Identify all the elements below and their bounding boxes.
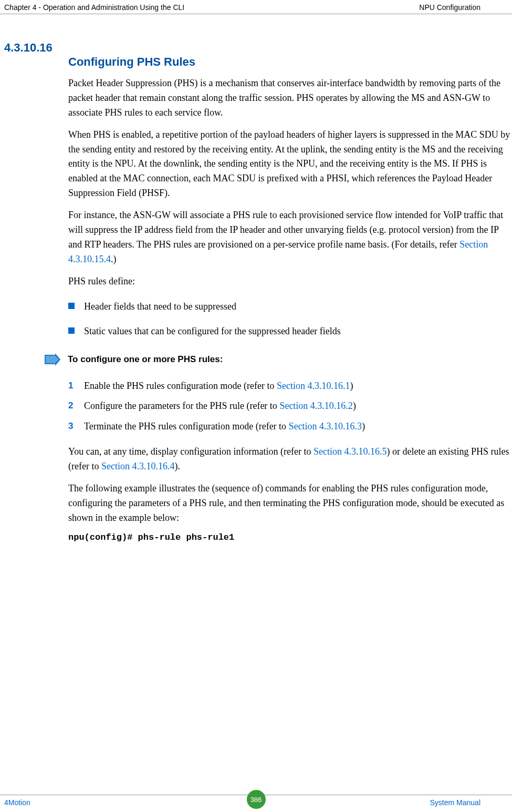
section-title: Configuring PHS Rules — [68, 55, 512, 69]
section-link[interactable]: Section 4.3.10.16.4 — [101, 461, 175, 471]
arrow-right-icon — [45, 354, 60, 368]
paragraph: Packet Header Suppression (PHS) is a mec… — [68, 76, 512, 120]
paragraph-text: ). — [174, 461, 180, 471]
section-link[interactable]: Section 4.3.10.16.3 — [289, 421, 362, 431]
list-item: Configure the parameters for the PHS rul… — [68, 398, 512, 414]
header-right: NPU Configuration — [419, 3, 480, 12]
paragraph: PHS rules define: — [68, 274, 512, 289]
step-text: Enable the PHS rules configuration mode … — [84, 381, 277, 391]
footer-right: System Manual — [430, 798, 480, 807]
code-block: npu(config)# phs-rule phs-rule1 — [68, 532, 512, 542]
header-left: Chapter 4 - Operation and Administration… — [4, 3, 184, 12]
numbered-list: Enable the PHS rules configuration mode … — [68, 378, 512, 434]
section-link[interactable]: Section 4.3.10.16.1 — [277, 381, 350, 391]
paragraph: When PHS is enabled, a repetitive portio… — [68, 128, 512, 201]
page-number-badge: 386 — [247, 790, 266, 809]
paragraph: For instance, the ASN-GW will associate … — [68, 208, 512, 267]
list-item: Terminate the PHS rules configuration mo… — [68, 419, 512, 434]
section-link[interactable]: Section 4.3.10.16.5 — [314, 446, 387, 457]
list-item: Header fields that need to be suppressed — [68, 300, 512, 314]
paragraph-text: For instance, the ASN-GW will associate … — [68, 210, 503, 250]
step-text: Terminate the PHS rules configuration mo… — [84, 421, 289, 431]
section-link[interactable]: Section 4.3.10.16.2 — [279, 400, 353, 411]
paragraph-text: .) — [111, 254, 117, 264]
section-number: 4.3.10.16 — [4, 41, 53, 55]
list-item: Enable the PHS rules configuration mode … — [68, 378, 512, 394]
footer-left: 4Motion — [4, 798, 30, 807]
content-area: Packet Header Suppression (PHS) is a mec… — [68, 76, 512, 542]
step-tail: ) — [353, 400, 356, 411]
paragraph: The following example illustrates the (s… — [68, 481, 512, 526]
paragraph: You can, at any time, display configurat… — [68, 445, 512, 474]
step-tail: ) — [350, 381, 353, 391]
paragraph-text: You can, at any time, display configurat… — [68, 446, 314, 457]
step-text: Configure the parameters for the PHS rul… — [84, 400, 279, 411]
list-item: Static values that can be configured for… — [68, 324, 512, 338]
procedure-heading-row: To configure one or more PHS rules: — [45, 354, 512, 368]
page-header: Chapter 4 - Operation and Administration… — [0, 0, 512, 14]
step-tail: ) — [362, 421, 365, 431]
procedure-heading: To configure one or more PHS rules: — [68, 354, 223, 365]
bullet-list: Header fields that need to be suppressed… — [68, 300, 512, 338]
